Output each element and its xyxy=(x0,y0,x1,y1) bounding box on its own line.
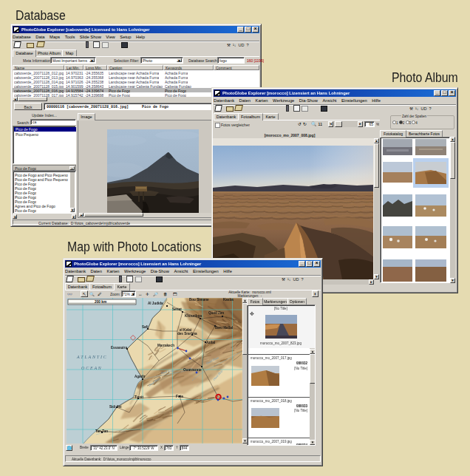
svg-text:ATLANTIC: ATLANTIC xyxy=(76,355,108,359)
svg-text:Tiznit: Tiznit xyxy=(134,395,143,399)
svg-text:Bou Simane: Bou Simane xyxy=(189,298,209,302)
svg-text:Qued Zim: Qued Zim xyxy=(208,311,224,315)
svg-text:Essaouira: Essaouira xyxy=(111,346,127,350)
svg-text:Tan-Tan: Tan-Tan xyxy=(95,429,108,433)
svg-text:Fota: Fota xyxy=(176,395,183,398)
svg-text:Agadir: Agadir xyxy=(134,375,146,378)
svg-text:des Srarhna: des Srarhna xyxy=(177,332,197,336)
svg-text:Safi: Safi xyxy=(142,325,148,329)
svg-text:OCEAN: OCEAN xyxy=(81,366,103,370)
svg-text:Kasba: Kasba xyxy=(223,298,234,302)
svg-text:Ouarzazate: Ouarzazate xyxy=(183,368,202,372)
svg-text:Al Judida: Al Judida xyxy=(148,302,163,305)
svg-text:Beni Mellal: Beni Mellal xyxy=(215,326,233,330)
svg-text:Marrakech: Marrakech xyxy=(157,344,174,347)
svg-text:Khouribga: Khouribga xyxy=(185,314,202,318)
svg-text:Azilal: Azilal xyxy=(206,341,215,344)
svg-text:Settat: Settat xyxy=(172,307,182,311)
svg-text:Sidi Ifni: Sidi Ifni xyxy=(109,405,122,409)
svg-text:200 km: 200 km xyxy=(95,300,106,304)
